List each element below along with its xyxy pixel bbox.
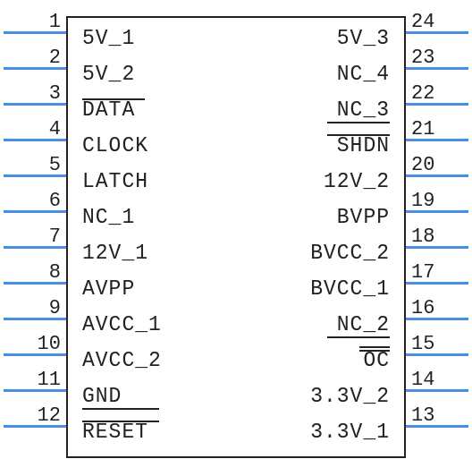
pin-label-bvpp: BVPP [337,206,390,229]
pin-number: 14 [411,369,467,391]
pin-row-13: 13 3.3V_1 [0,406,472,442]
pin-row-14: 14 3.3V_2 [0,370,472,406]
pin-label-nc-2: NC_2 [337,313,390,336]
pin-number: 24 [411,11,467,33]
overline-oc-2 [359,350,390,352]
pin-row-18: 18 BVCC_2 [0,227,472,263]
pin-label-bvcc-1: BVCC_1 [310,277,390,301]
pin-number: 16 [411,297,467,319]
pin-label-3v3-1: 3.3V_1 [310,421,390,444]
pin-number: 19 [411,190,467,212]
pin-label-3v3-2: 3.3V_2 [310,385,390,408]
pin-row-21: 21 SHDN [0,120,472,156]
pin-number: 13 [411,404,467,427]
overline-shdn [327,134,390,136]
pin-number: 23 [411,47,467,69]
pin-row-20: 20 12V_2 [0,156,472,191]
pin-number: 22 [411,82,467,105]
pin-label-nc-3: NC_3 [337,98,390,122]
pin-row-15: 15 OC [0,335,472,370]
pin-label-oc: OC [363,349,390,372]
pin-label-5v-3: 5V_3 [337,27,390,50]
pin-row-22: 22 NC_3 [0,84,472,120]
pin-label-12v-2: 12V_2 [324,170,390,193]
pin-row-24: 24 5V_3 [0,13,472,48]
pin-label-shdn: SHDN [337,134,390,157]
pin-number: 15 [411,333,467,355]
overline-oc-1 [359,346,390,348]
pin-number: 21 [411,118,467,140]
pin-row-19: 19 BVPP [0,191,472,227]
pin-row-16: 16 NC_2 [0,299,472,335]
pin-number: 20 [411,154,467,176]
pin-label-nc-4: NC_4 [337,63,390,86]
pin-row-17: 17 BVCC_1 [0,263,472,299]
pin-label-bvcc-2: BVCC_2 [310,242,390,265]
pin-number: 17 [411,261,467,284]
pin-number: 18 [411,225,467,248]
pin-row-23: 23 NC_4 [0,48,472,84]
